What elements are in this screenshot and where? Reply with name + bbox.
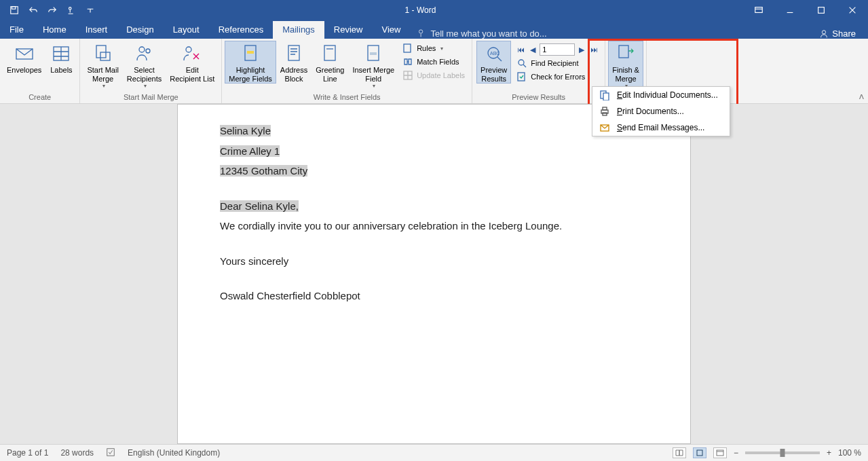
svg-rect-15 bbox=[247, 51, 254, 54]
svg-rect-16 bbox=[288, 45, 299, 60]
maximize-icon[interactable] bbox=[806, 0, 837, 20]
merge-field-name: Selina Kyle bbox=[220, 125, 271, 136]
first-record-icon[interactable]: ⏮ bbox=[515, 44, 526, 55]
merge-field-address: Crime Alley 1 bbox=[220, 145, 280, 157]
ribbon-tabs: File Home Insert Design Layout Reference… bbox=[0, 20, 868, 39]
svg-rect-10 bbox=[100, 52, 110, 60]
recipients-icon bbox=[134, 43, 155, 64]
menu-print-label: rint Documents... bbox=[622, 107, 684, 116]
status-language[interactable]: English (United Kingdom) bbox=[128, 448, 220, 458]
window-controls bbox=[743, 0, 868, 20]
ribbon: Envelopes Labels Create Start Mail Merge… bbox=[0, 39, 868, 104]
tab-home[interactable]: Home bbox=[33, 21, 76, 39]
tab-view[interactable]: View bbox=[372, 21, 410, 39]
tab-design[interactable]: Design bbox=[117, 21, 163, 39]
check-errors-button[interactable]: Check for Errors bbox=[515, 71, 599, 83]
zoom-slider[interactable] bbox=[745, 451, 820, 454]
edit-recipient-list-button[interactable]: Edit Recipient List bbox=[166, 41, 219, 84]
tell-me-search[interactable]: Tell me what you want to do... bbox=[417, 29, 546, 39]
document-workspace: Selina Kyle Crime Alley 1 12345 Gotham C… bbox=[0, 104, 868, 444]
insert-merge-field-button[interactable]: Insert Merge Field bbox=[348, 41, 398, 90]
tab-insert[interactable]: Insert bbox=[76, 21, 117, 39]
svg-rect-25 bbox=[518, 73, 525, 81]
envelopes-button[interactable]: Envelopes bbox=[3, 41, 45, 75]
svg-point-12 bbox=[146, 49, 150, 53]
prev-record-icon[interactable]: ◀ bbox=[527, 44, 538, 55]
svg-text:ABC: ABC bbox=[490, 51, 499, 56]
svg-rect-4 bbox=[818, 7, 825, 14]
group-preview-results: ABC Preview Results ⏮ ◀ ▶ ⏭ Find Recipie… bbox=[472, 39, 605, 103]
status-words[interactable]: 28 words bbox=[60, 448, 94, 458]
menu-email-label: end Email Messages... bbox=[622, 123, 704, 132]
svg-point-13 bbox=[186, 47, 191, 52]
tab-layout[interactable]: Layout bbox=[164, 21, 209, 39]
finish-merge-button[interactable]: Finish & Merge bbox=[608, 41, 643, 90]
menu-edit-label: dit Individual Documents... bbox=[622, 90, 718, 100]
svg-rect-33 bbox=[107, 448, 115, 456]
tab-file[interactable]: File bbox=[0, 21, 33, 39]
zoom-in-icon[interactable]: + bbox=[827, 448, 831, 458]
highlight-merge-fields-button[interactable]: Highlight Merge Fields bbox=[225, 41, 276, 84]
quick-access-toolbar bbox=[0, 3, 98, 18]
update-labels-icon bbox=[402, 70, 413, 81]
tab-review[interactable]: Review bbox=[324, 21, 373, 39]
svg-rect-28 bbox=[603, 93, 609, 100]
svg-point-11 bbox=[139, 47, 145, 52]
read-mode-icon[interactable] bbox=[673, 447, 686, 458]
tab-references[interactable]: References bbox=[209, 21, 273, 39]
address-block-button[interactable]: Address Block bbox=[276, 41, 312, 84]
menu-send-email[interactable]: Send Email Messages... bbox=[592, 119, 730, 136]
svg-point-6 bbox=[823, 30, 826, 33]
svg-rect-20 bbox=[404, 44, 411, 52]
next-record-icon[interactable]: ▶ bbox=[576, 44, 587, 55]
group-label-preview: Preview Results bbox=[472, 92, 605, 103]
svg-rect-1 bbox=[12, 7, 16, 10]
envelope-icon bbox=[14, 43, 35, 64]
redo-icon[interactable] bbox=[45, 3, 60, 18]
rules-icon bbox=[402, 43, 413, 54]
greeting-line-button[interactable]: Greeting Line bbox=[312, 41, 348, 84]
start-mail-merge-button[interactable]: Start Mail Merge bbox=[83, 41, 122, 90]
ribbon-display-icon[interactable] bbox=[743, 0, 774, 20]
svg-rect-19 bbox=[370, 52, 377, 55]
web-layout-icon[interactable] bbox=[713, 447, 727, 458]
zoom-value[interactable]: 100 % bbox=[838, 448, 861, 458]
close-icon[interactable] bbox=[837, 0, 868, 20]
status-bar: Page 1 of 1 28 words English (United Kin… bbox=[0, 444, 868, 461]
group-start-mail-merge: Start Mail Merge Select Recipients Edit … bbox=[80, 39, 222, 103]
closing-text: Yours sincerely bbox=[220, 253, 649, 270]
print-layout-icon[interactable] bbox=[693, 447, 706, 458]
svg-point-5 bbox=[419, 29, 423, 33]
customize-qat-icon[interactable] bbox=[83, 3, 98, 18]
collapse-ribbon-icon[interactable]: ᐱ bbox=[859, 93, 864, 100]
find-icon bbox=[516, 58, 527, 69]
check-errors-icon bbox=[516, 71, 527, 82]
labels-icon bbox=[50, 43, 72, 64]
preview-results-button[interactable]: ABC Preview Results bbox=[476, 41, 511, 84]
group-create: Envelopes Labels Create bbox=[0, 39, 80, 103]
group-label-create: Create bbox=[0, 92, 79, 103]
undo-icon[interactable] bbox=[26, 3, 41, 18]
select-recipients-button[interactable]: Select Recipients bbox=[123, 41, 166, 90]
group-label-wif: Write & Insert Fields bbox=[222, 92, 472, 103]
document-page[interactable]: Selina Kyle Crime Alley 1 12345 Gotham C… bbox=[177, 104, 691, 444]
rules-button[interactable]: Rules bbox=[401, 42, 466, 54]
labels-button[interactable]: Labels bbox=[45, 41, 77, 75]
status-page[interactable]: Page 1 of 1 bbox=[7, 448, 48, 458]
match-fields-button[interactable]: Match Fields bbox=[401, 56, 466, 68]
greeting-icon bbox=[319, 43, 341, 64]
touch-mode-icon[interactable] bbox=[64, 3, 79, 18]
save-icon[interactable] bbox=[7, 3, 22, 18]
menu-print-documents[interactable]: Print Documents... bbox=[592, 103, 730, 119]
last-record-icon[interactable]: ⏭ bbox=[588, 44, 599, 55]
svg-rect-3 bbox=[755, 7, 763, 13]
find-recipient-button[interactable]: Find Recipient bbox=[515, 57, 599, 69]
record-number-input[interactable] bbox=[540, 43, 575, 56]
minimize-icon[interactable] bbox=[774, 0, 806, 20]
group-label-smm: Start Mail Merge bbox=[80, 92, 221, 103]
proofing-icon[interactable] bbox=[106, 447, 115, 459]
menu-edit-documents[interactable]: Edit Individual Documents... bbox=[592, 87, 730, 103]
tab-mailings[interactable]: Mailings bbox=[273, 21, 324, 39]
share-button[interactable]: Share bbox=[819, 29, 856, 39]
zoom-out-icon[interactable]: − bbox=[734, 448, 738, 458]
